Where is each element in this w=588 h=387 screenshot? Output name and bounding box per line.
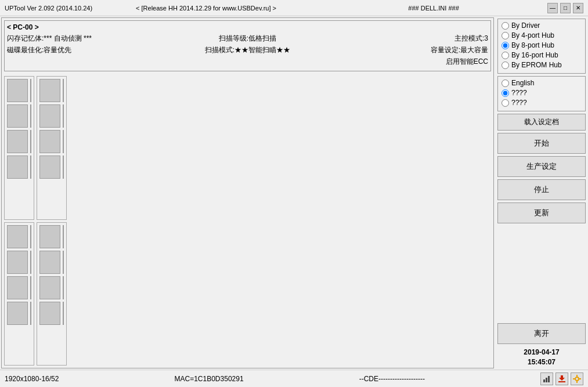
datetime-date: 2019-04-17 (497, 348, 586, 357)
slot-bar (63, 155, 64, 179)
slot-bar (63, 104, 64, 128)
radio-lang3-label: ???? (511, 99, 527, 107)
radio-by-eprom-label: By EPROM Hub (511, 61, 562, 69)
status-resolution: 1920x1080-16/52 (5, 375, 59, 383)
slot-indicator (39, 104, 60, 128)
slot-row (7, 276, 31, 299)
start-button[interactable]: 开始 (497, 133, 586, 154)
svg-rect-9 (579, 378, 581, 379)
slot-bar (30, 225, 31, 248)
scan-level-label: 扫描等级:低格扫描 (167, 34, 327, 44)
svg-marker-3 (559, 375, 565, 381)
title-bar: UPTool Ver 2.092 (2014.10.24) < [Release… (0, 0, 588, 16)
radio-by-8port-input[interactable] (502, 42, 509, 49)
slot-bar (30, 79, 31, 102)
slots-area (2, 74, 493, 368)
slot-indicator (39, 225, 60, 248)
slot-row (39, 130, 64, 153)
radio-by-4port[interactable]: By 4-port Hub (502, 31, 582, 39)
flash-label: 闪存记忆体:*** 自动侦测 *** (7, 34, 167, 44)
svg-rect-8 (573, 378, 575, 379)
maximize-button[interactable]: □ (560, 3, 571, 13)
exit-button[interactable]: 离开 (497, 323, 586, 344)
slot-indicator (39, 79, 60, 102)
download-icon (558, 375, 566, 383)
radio-by-eprom[interactable]: By EPROM Hub (502, 61, 582, 69)
slot-indicator (7, 251, 28, 274)
status-bar: 1920x1080-16/52 MAC=1C1B0D350291 --CDE--… (0, 370, 588, 387)
radio-by-driver-label: By Driver (511, 21, 540, 30)
slot-indicator (7, 155, 28, 179)
info-row-2: 磁碟最佳化:容量优先 扫描模式:★★智能扫瞄★★ 容量设定:最大容量 (7, 45, 488, 55)
svg-rect-2 (548, 376, 550, 382)
slot-row (7, 155, 31, 179)
chart-icon (543, 375, 551, 383)
slot-bar (63, 79, 64, 102)
slot-indicator (39, 155, 60, 179)
right-panel: By Driver By 4-port Hub By 8-port Hub By… (495, 16, 588, 370)
radio-lang2-label: ???? (511, 89, 527, 97)
info-row-1: 闪存记忆体:*** 自动侦测 *** 扫描等级:低格扫描 主控模式:3 (7, 34, 488, 44)
slot-row (39, 225, 64, 248)
slot-group-right-bottom (37, 222, 67, 366)
slots-two-col-bottom (4, 222, 491, 366)
radio-english-input[interactable] (502, 79, 509, 87)
hub-radio-group: By Driver By 4-port Hub By 8-port Hub By… (497, 19, 586, 74)
slot-group-left-bottom (4, 222, 34, 366)
radio-lang2[interactable]: ???? (502, 89, 582, 97)
status-icon-chart[interactable] (540, 372, 553, 385)
production-button[interactable]: 生产设定 (497, 156, 586, 177)
slot-group-right-top (37, 76, 67, 220)
slot-bar (30, 251, 31, 274)
slot-row (7, 225, 31, 248)
stop-button[interactable]: 停止 (497, 179, 586, 200)
radio-by-4port-label: By 4-port Hub (511, 31, 554, 39)
radio-by-8port[interactable]: By 8-port Hub (502, 41, 582, 49)
datetime-block: 2019-04-17 15:45:07 (497, 348, 586, 367)
radio-by-16port-input[interactable] (502, 52, 509, 59)
radio-by-4port-input[interactable] (502, 32, 509, 39)
slot-row (7, 130, 31, 153)
radio-by-16port[interactable]: By 16-port Hub (502, 51, 582, 59)
settings-icon (573, 375, 581, 383)
radio-lang2-input[interactable] (502, 89, 509, 97)
datetime-time: 15:45:07 (497, 357, 586, 367)
slot-indicator (7, 130, 28, 153)
main-content: < PC-00 > 闪存记忆体:*** 自动侦测 *** 扫描等级:低格扫描 主… (0, 16, 588, 370)
slot-indicator (7, 104, 28, 128)
radio-lang3[interactable]: ???? (502, 99, 582, 107)
slot-row (39, 155, 64, 179)
slot-bar (30, 276, 31, 299)
load-settings-button[interactable]: 载入设定档 (497, 114, 586, 131)
radio-english-label: English (511, 79, 534, 87)
slot-bar (63, 130, 64, 153)
minimize-button[interactable]: — (547, 3, 558, 13)
update-button[interactable]: 更新 (497, 202, 586, 223)
slot-row (39, 276, 64, 299)
radio-english[interactable]: English (502, 79, 582, 87)
svg-rect-4 (558, 381, 565, 382)
status-icon-download[interactable] (555, 372, 568, 385)
radio-lang3-input[interactable] (502, 99, 509, 107)
slot-bar (30, 130, 31, 153)
pc-group-title: < PC-00 > (7, 23, 488, 31)
svg-rect-6 (576, 375, 578, 377)
svg-rect-1 (546, 378, 547, 382)
slot-indicator (7, 302, 28, 325)
left-panel: < PC-00 > 闪存记忆体:*** 自动侦测 *** 扫描等级:低格扫描 主… (1, 17, 494, 368)
info-row-3: 启用智能ECC (7, 57, 488, 67)
close-button[interactable]: ✕ (573, 3, 583, 13)
scan-mode-label: 扫描模式:★★智能扫瞄★★ (167, 45, 327, 55)
slot-bar (63, 251, 64, 274)
radio-by-driver[interactable]: By Driver (502, 21, 582, 30)
radio-by-eprom-input[interactable] (502, 62, 509, 69)
pc-group: < PC-00 > 闪存记忆体:*** 自动侦测 *** 扫描等级:低格扫描 主… (4, 20, 491, 71)
slot-row (7, 302, 31, 325)
slot-bar (63, 225, 64, 248)
radio-by-driver-input[interactable] (502, 22, 509, 30)
capacity-label: 容量设定:最大容量 (328, 45, 488, 55)
window-controls: — □ ✕ (547, 3, 583, 13)
status-icon-settings[interactable] (571, 372, 583, 385)
slot-bar (63, 302, 64, 325)
lang-radio-group: English ???? ???? (497, 76, 586, 111)
